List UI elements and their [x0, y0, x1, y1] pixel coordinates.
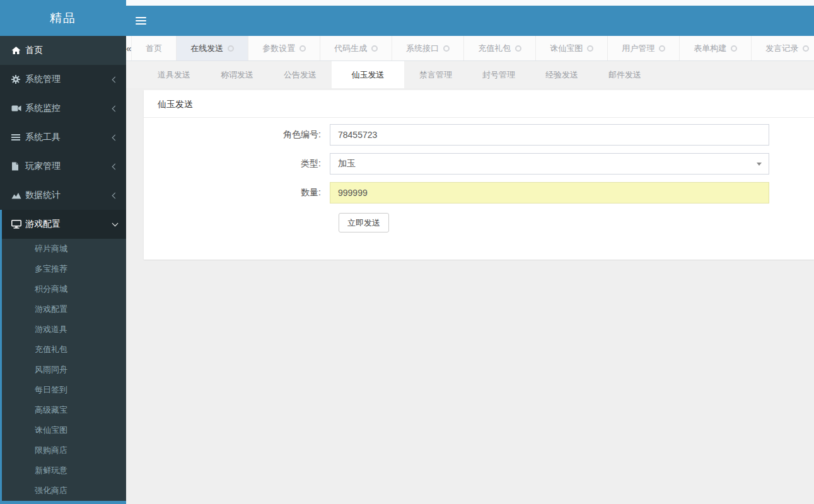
tab-label: 表单构建: [694, 43, 726, 54]
tab-label: 诛仙宝图: [550, 43, 583, 54]
chart-icon: [11, 192, 25, 199]
tab-speech-log[interactable]: 发言记录: [752, 36, 814, 60]
submenu-item[interactable]: 诛仙宝图: [2, 420, 126, 440]
sidebar-item-system-admin[interactable]: 系统管理: [0, 65, 126, 94]
tab-close-icon[interactable]: [731, 45, 737, 52]
tab-close-icon[interactable]: [371, 45, 378, 52]
tab-close-icon[interactable]: [299, 45, 306, 52]
tab-close-icon[interactable]: [228, 45, 234, 52]
subtab-title-send[interactable]: 称谓发送: [206, 61, 269, 88]
tab-label: 用户管理: [622, 43, 654, 54]
submenu-item[interactable]: 积分商城: [2, 279, 126, 299]
hamburger-icon: [136, 17, 146, 18]
chevron-left-icon: [112, 163, 119, 169]
sidebar-item-label: 系统监控: [25, 103, 113, 114]
sidebar-item-label: 玩家管理: [25, 161, 113, 172]
top-gap: [126, 0, 814, 6]
sidebar-item-data-stats[interactable]: 数据统计: [0, 181, 126, 210]
sidebar-item-label: 游戏配置: [25, 219, 113, 230]
tabs-scroll-left-icon[interactable]: «: [126, 36, 132, 60]
tab-label: 充值礼包: [478, 43, 511, 54]
tab-label: 在线发送: [190, 43, 223, 54]
chevron-down-icon: [112, 220, 119, 226]
tab-home[interactable]: 首页: [132, 36, 177, 60]
sidebar-item-game-config[interactable]: 游戏配置: [0, 210, 126, 239]
open-tabs-bar: « 首页 在线发送 参数设置 代码生成 系统接口 充值礼包 诛仙宝图: [126, 36, 814, 61]
subtab-item-send[interactable]: 道具发送: [142, 61, 206, 88]
submenu-item[interactable]: 新鲜玩意: [2, 461, 126, 481]
submenu-item[interactable]: 限购商店: [2, 440, 126, 461]
tab-zhuxian-map[interactable]: 诛仙宝图: [536, 36, 608, 60]
subtab-mail-send[interactable]: 邮件发送: [593, 61, 656, 88]
submenu-item[interactable]: 高级藏宝: [2, 400, 126, 420]
submenu-item[interactable]: 游戏配置: [2, 299, 126, 319]
sidebar-item-system-monitor[interactable]: 系统监控: [0, 94, 126, 123]
tab-online-send[interactable]: 在线发送: [177, 36, 248, 60]
subtab-ban-admin[interactable]: 封号管理: [467, 61, 530, 88]
tab-label: 代码生成: [334, 43, 367, 54]
tab-param-settings[interactable]: 参数设置: [248, 36, 320, 60]
chevron-left-icon: [112, 192, 119, 198]
tab-code-gen[interactable]: 代码生成: [320, 36, 392, 60]
tab-close-icon[interactable]: [587, 45, 593, 52]
top-navbar: [126, 6, 814, 36]
chevron-left-icon: [112, 134, 119, 140]
submenu-item[interactable]: 强化商店: [2, 481, 126, 501]
sidebar-item-label: 首页: [25, 45, 117, 56]
tab-label: 发言记录: [765, 43, 798, 54]
list-icon: [11, 134, 25, 141]
submenu-item[interactable]: 多宝推荐: [2, 259, 126, 279]
gear-icon: [11, 75, 25, 84]
role-id-label: 角色编号:: [144, 129, 330, 140]
jade-send-panel: 仙玉发送 角色编号: 类型: 数量: 立即发送: [144, 90, 814, 260]
submenu-item-highlighted[interactable]: [2, 501, 126, 504]
sidebar-item-system-tools[interactable]: 系统工具: [0, 123, 126, 152]
role-id-input[interactable]: [330, 124, 769, 146]
submenu-item[interactable]: 充值礼包: [2, 340, 126, 360]
submenu-item[interactable]: 每日签到: [2, 380, 126, 400]
panel-title: 仙玉发送: [144, 90, 814, 118]
tab-form-builder[interactable]: 表单构建: [680, 36, 752, 60]
tab-close-icon[interactable]: [515, 45, 521, 52]
brand-logo[interactable]: 精品: [0, 0, 126, 36]
subtab-announce-send[interactable]: 公告发送: [269, 61, 332, 88]
send-now-button[interactable]: 立即发送: [339, 213, 389, 232]
sidebar-item-player-admin[interactable]: 玩家管理: [0, 152, 126, 181]
type-label: 类型:: [144, 158, 330, 169]
tab-recharge-pack[interactable]: 充值礼包: [464, 36, 536, 60]
amount-label: 数量:: [144, 187, 330, 198]
sidebar-submenu-game-config: 碎片商城 多宝推荐 积分商城 游戏配置 游戏道具 充值礼包 风雨同舟 每日签到 …: [0, 239, 126, 504]
tab-close-icon[interactable]: [803, 45, 809, 52]
function-subtabs-bar: 道具发送 称谓发送 公告发送 仙玉发送 禁言管理 封号管理 经验发送 邮件发送: [126, 61, 814, 88]
subtab-mute-admin[interactable]: 禁言管理: [404, 61, 467, 88]
sidebar-item-home[interactable]: 首页: [0, 36, 126, 65]
type-select[interactable]: [330, 153, 769, 175]
subtab-jade-send[interactable]: 仙玉发送: [332, 61, 404, 88]
home-icon: [11, 46, 25, 55]
form-row: 数量:: [144, 182, 814, 203]
sidebar-item-label: 数据统计: [25, 190, 113, 201]
chevron-left-icon: [112, 76, 119, 83]
tab-user-admin[interactable]: 用户管理: [608, 36, 680, 60]
file-icon: [11, 162, 25, 171]
type-select-value[interactable]: [330, 153, 769, 175]
tab-close-icon[interactable]: [443, 45, 450, 52]
submenu-item[interactable]: 风雨同舟: [2, 360, 126, 380]
tab-label: 首页: [146, 43, 162, 54]
submenu-item[interactable]: 碎片商城: [2, 239, 126, 259]
tab-close-icon[interactable]: [659, 45, 665, 52]
video-camera-icon: [11, 105, 25, 112]
sidebar-toggle-button[interactable]: [126, 6, 155, 36]
sidebar-item-label: 系统管理: [25, 74, 113, 85]
form-row: 角色编号:: [144, 124, 814, 146]
content-area: 仙玉发送 角色编号: 类型: 数量: 立即发送: [126, 88, 814, 504]
form-row: 类型:: [144, 153, 814, 175]
tab-system-api[interactable]: 系统接口: [392, 36, 464, 60]
main-area: « 首页 在线发送 参数设置 代码生成 系统接口 充值礼包 诛仙宝图: [126, 0, 814, 504]
chevron-left-icon: [112, 105, 119, 112]
amount-input[interactable]: [330, 182, 769, 203]
subtab-exp-send[interactable]: 经验发送: [530, 61, 593, 88]
sidebar: 精品 首页 系统管理 系统监控 系统工具 玩家管理: [0, 0, 126, 504]
sidebar-item-label: 系统工具: [25, 132, 113, 143]
submenu-item[interactable]: 游戏道具: [2, 319, 126, 340]
